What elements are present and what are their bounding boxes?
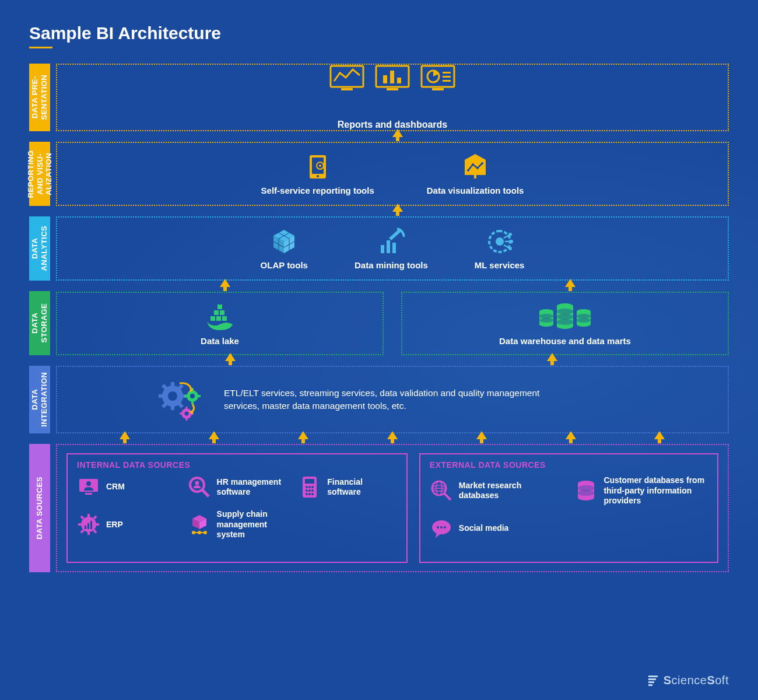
layer-body-presentation: Reports and dashboards: [56, 64, 729, 131]
svg-point-41: [510, 240, 513, 243]
svg-point-43: [508, 247, 512, 250]
svg-point-22: [472, 163, 474, 166]
chat-bubble-icon: [430, 517, 453, 540]
svg-rect-97: [305, 479, 314, 484]
layer-label-storage: DATASTORAGE: [29, 291, 50, 355]
svg-rect-70: [159, 394, 164, 398]
layer-label-text: DATAANALYTICS: [30, 226, 48, 271]
arrow-up-icon: [566, 431, 576, 439]
svg-rect-84: [186, 407, 188, 410]
source-supply-chain: Supply chain management system: [188, 509, 287, 540]
svg-rect-47: [210, 316, 215, 321]
item-label: Data mining tools: [355, 260, 428, 270]
svg-point-65: [577, 318, 591, 323]
svg-point-53: [539, 314, 553, 318]
svg-point-103: [311, 489, 314, 492]
svg-marker-19: [465, 154, 486, 160]
item-label: Data lake: [201, 336, 239, 346]
svg-point-24: [481, 162, 483, 164]
svg-rect-118: [90, 521, 92, 529]
svg-rect-69: [171, 404, 174, 410]
gears-icon: [156, 376, 209, 423]
item-self-service-reporting: Self-service reporting tools: [261, 153, 374, 195]
source-hr: HR management software: [188, 475, 287, 499]
arrow-up-icon: [654, 431, 665, 439]
svg-point-135: [578, 490, 594, 496]
svg-rect-142: [648, 678, 656, 680]
source-market-research: Market research databases: [430, 475, 563, 506]
svg-point-101: [306, 489, 308, 492]
svg-rect-12: [443, 80, 451, 82]
item-data-lake: Data lake: [201, 301, 239, 346]
monitor-bar-chart-icon: [375, 65, 410, 93]
source-label: Market research databases: [459, 481, 563, 501]
svg-point-77: [190, 394, 195, 398]
data-lake-icon: [202, 301, 237, 331]
item-label: ML services: [475, 260, 525, 270]
svg-point-64: [577, 314, 591, 318]
svg-point-102: [308, 489, 311, 492]
monitor-pie-chart-icon: [420, 65, 455, 93]
svg-point-67: [168, 391, 177, 401]
dashboard-icons: [329, 65, 455, 93]
item-label: Data warehouse and data marts: [499, 336, 631, 346]
layer-sources: DATA SOURCES INTERNAL DATA SOURCES CRM: [29, 444, 729, 572]
svg-point-37: [496, 237, 504, 246]
svg-rect-5: [390, 71, 394, 83]
svg-point-95: [195, 481, 199, 485]
arrow-up-icon: [387, 431, 398, 439]
svg-point-140: [444, 526, 446, 528]
arrow-up-icon: [392, 129, 403, 137]
layer-label-text: DATAINTEGRATION: [30, 372, 48, 427]
svg-point-139: [440, 526, 443, 528]
item-data-visualization: Data visualization tools: [427, 153, 524, 195]
arrow-up-icon: [298, 431, 308, 439]
svg-point-63: [577, 322, 591, 327]
svg-line-127: [444, 494, 451, 500]
layer-body-analytics: OLAP tools Data mining tools ML services: [56, 216, 729, 281]
svg-line-94: [202, 490, 209, 496]
layer-label-text: DATASTORAGE: [30, 303, 48, 343]
item-label: Data visualization tools: [427, 186, 524, 195]
svg-point-21: [467, 169, 469, 172]
svg-rect-35: [387, 240, 390, 253]
source-crm: CRM: [77, 475, 176, 499]
globe-magnifier-icon: [430, 479, 453, 502]
arrow-up-icon: [565, 279, 575, 287]
svg-point-58: [557, 309, 573, 314]
arrow-up-icon: [120, 431, 130, 439]
svg-point-59: [557, 314, 573, 320]
title-underline: [29, 47, 52, 48]
svg-rect-111: [95, 523, 99, 526]
svg-rect-6: [397, 78, 401, 83]
database-cluster-icon: [536, 301, 594, 331]
crm-monitor-icon: [77, 475, 100, 499]
source-label: Customer databases from third-party info…: [603, 475, 708, 506]
arrow-up-icon: [220, 279, 230, 287]
svg-rect-91: [85, 493, 92, 495]
storage-data-lake: Data lake: [56, 292, 384, 355]
svg-rect-11: [443, 76, 451, 78]
layer-label-sources: DATA SOURCES: [29, 444, 50, 572]
svg-point-104: [306, 493, 308, 495]
layer-label-reporting: REPORTINGAND VISU-ALIZATION: [29, 142, 50, 206]
svg-rect-108: [87, 514, 90, 518]
arrow-up-icon: [225, 353, 236, 361]
svg-rect-143: [648, 681, 654, 683]
svg-point-15: [317, 175, 319, 177]
item-olap: OLAP tools: [261, 228, 308, 270]
svg-rect-1: [341, 88, 353, 90]
internal-sources-box: INTERNAL DATA SOURCES CRM HR management …: [66, 453, 408, 563]
svg-point-138: [437, 526, 439, 528]
source-label: Supply chain management system: [217, 509, 287, 540]
svg-rect-110: [78, 523, 82, 526]
layer-label-text: DATA SOURCES: [35, 477, 44, 540]
external-sources-box: EXTERNAL DATA SOURCES Market research da…: [419, 453, 718, 563]
arrow-up-icon: [392, 204, 403, 212]
layer-analytics: DATAANALYTICS OLAP tools Data mining too…: [29, 216, 729, 281]
arrow-up-icon: [476, 431, 487, 439]
item-ml-services: ML services: [475, 228, 525, 270]
svg-rect-34: [381, 245, 384, 253]
arrows-sources-to-integration: [57, 431, 728, 439]
svg-rect-8: [432, 88, 444, 90]
